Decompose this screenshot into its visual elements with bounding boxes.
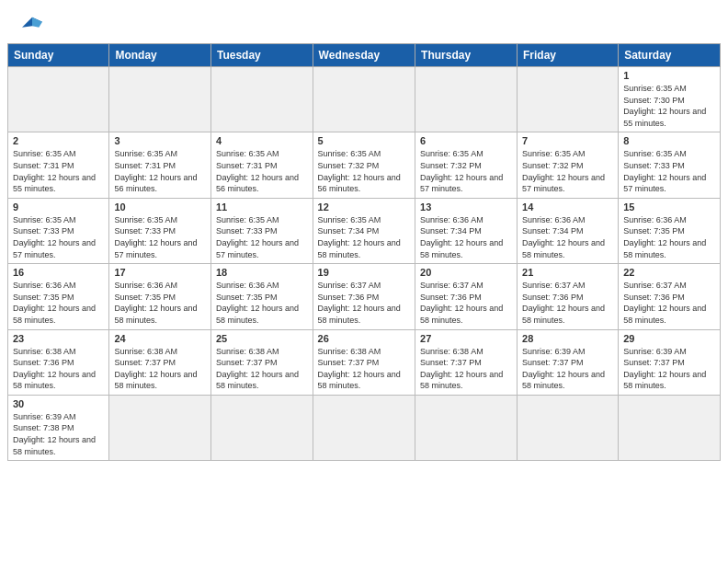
day-number: 21 <box>522 267 613 278</box>
calendar-table: SundayMondayTuesdayWednesdayThursdayFrid… <box>7 43 721 461</box>
day-detail: Sunrise: 6:35 AMSunset: 7:33 PMDaylight:… <box>623 148 715 194</box>
calendar-day: 21Sunrise: 6:37 AMSunset: 7:36 PMDayligh… <box>518 264 619 329</box>
calendar-day: 1Sunrise: 6:35 AMSunset: 7:30 PMDaylight… <box>619 67 721 132</box>
day-number: 17 <box>114 267 206 278</box>
column-header-thursday: Thursday <box>415 44 518 67</box>
day-detail: Sunrise: 6:35 AMSunset: 7:34 PMDaylight:… <box>318 214 410 260</box>
calendar-day: 19Sunrise: 6:37 AMSunset: 7:36 PMDayligh… <box>313 264 415 329</box>
day-detail: Sunrise: 6:37 AMSunset: 7:36 PMDaylight:… <box>522 280 613 326</box>
day-number: 7 <box>522 135 613 146</box>
calendar-day <box>8 67 109 132</box>
column-header-friday: Friday <box>518 44 619 67</box>
day-number: 12 <box>318 201 410 213</box>
day-number: 10 <box>114 201 206 213</box>
calendar-day: 6Sunrise: 6:35 AMSunset: 7:32 PMDaylight… <box>415 132 518 198</box>
day-detail: Sunrise: 6:35 AMSunset: 7:33 PMDaylight:… <box>216 214 308 260</box>
calendar-day: 13Sunrise: 6:36 AMSunset: 7:34 PMDayligh… <box>415 198 518 263</box>
calendar-day: 3Sunrise: 6:35 AMSunset: 7:31 PMDaylight… <box>109 132 211 198</box>
calendar-day: 8Sunrise: 6:35 AMSunset: 7:33 PMDaylight… <box>619 132 721 198</box>
day-number: 8 <box>623 135 715 146</box>
day-detail: Sunrise: 6:39 AMSunset: 7:38 PMDaylight:… <box>13 411 104 457</box>
day-number: 18 <box>216 267 308 278</box>
calendar-day: 16Sunrise: 6:36 AMSunset: 7:35 PMDayligh… <box>8 264 109 329</box>
calendar-day <box>109 395 211 460</box>
calendar-day: 27Sunrise: 6:38 AMSunset: 7:37 PMDayligh… <box>415 329 518 395</box>
calendar-day: 22Sunrise: 6:37 AMSunset: 7:36 PMDayligh… <box>619 264 721 329</box>
calendar-day: 24Sunrise: 6:38 AMSunset: 7:37 PMDayligh… <box>109 329 211 395</box>
calendar-day: 17Sunrise: 6:36 AMSunset: 7:35 PMDayligh… <box>109 264 211 329</box>
calendar-day <box>518 395 619 460</box>
day-detail: Sunrise: 6:36 AMSunset: 7:35 PMDaylight:… <box>114 280 206 326</box>
day-number: 25 <box>216 333 308 344</box>
day-number: 14 <box>522 201 613 213</box>
calendar-week-row: 23Sunrise: 6:38 AMSunset: 7:36 PMDayligh… <box>8 329 721 395</box>
day-number: 6 <box>420 135 512 146</box>
day-number: 11 <box>216 201 308 213</box>
day-number: 27 <box>420 333 512 344</box>
calendar-day: 9Sunrise: 6:35 AMSunset: 7:33 PMDaylight… <box>8 198 109 263</box>
calendar-day: 15Sunrise: 6:36 AMSunset: 7:35 PMDayligh… <box>619 198 721 263</box>
header <box>0 0 728 43</box>
calendar-day <box>518 67 619 132</box>
column-header-tuesday: Tuesday <box>210 44 313 67</box>
calendar-day <box>619 395 721 460</box>
day-detail: Sunrise: 6:35 AMSunset: 7:32 PMDaylight:… <box>420 148 512 194</box>
day-detail: Sunrise: 6:38 AMSunset: 7:37 PMDaylight:… <box>114 346 206 392</box>
day-number: 23 <box>13 333 104 344</box>
day-number: 1 <box>623 70 715 81</box>
calendar-day: 12Sunrise: 6:35 AMSunset: 7:34 PMDayligh… <box>313 198 415 263</box>
day-number: 3 <box>114 135 206 146</box>
calendar-day: 11Sunrise: 6:35 AMSunset: 7:33 PMDayligh… <box>210 198 313 263</box>
day-detail: Sunrise: 6:38 AMSunset: 7:36 PMDaylight:… <box>13 346 104 392</box>
calendar-day <box>109 67 211 132</box>
calendar-week-row: 1Sunrise: 6:35 AMSunset: 7:30 PMDaylight… <box>8 67 721 132</box>
column-header-sunday: Sunday <box>8 44 109 67</box>
day-detail: Sunrise: 6:35 AMSunset: 7:31 PMDaylight:… <box>216 148 308 194</box>
day-detail: Sunrise: 6:38 AMSunset: 7:37 PMDaylight:… <box>318 346 410 392</box>
day-number: 4 <box>216 135 308 146</box>
day-detail: Sunrise: 6:36 AMSunset: 7:35 PMDaylight:… <box>216 280 308 326</box>
calendar-day: 14Sunrise: 6:36 AMSunset: 7:34 PMDayligh… <box>518 198 619 263</box>
day-number: 13 <box>420 201 512 213</box>
day-detail: Sunrise: 6:37 AMSunset: 7:36 PMDaylight:… <box>623 280 715 326</box>
day-number: 2 <box>13 135 104 146</box>
day-number: 20 <box>420 267 512 278</box>
day-number: 24 <box>114 333 206 344</box>
day-number: 15 <box>623 201 715 213</box>
calendar-day: 20Sunrise: 6:37 AMSunset: 7:36 PMDayligh… <box>415 264 518 329</box>
calendar-day: 18Sunrise: 6:36 AMSunset: 7:35 PMDayligh… <box>210 264 313 329</box>
calendar-day: 25Sunrise: 6:38 AMSunset: 7:37 PMDayligh… <box>210 329 313 395</box>
calendar-day: 10Sunrise: 6:35 AMSunset: 7:33 PMDayligh… <box>109 198 211 263</box>
calendar-day: 29Sunrise: 6:39 AMSunset: 7:37 PMDayligh… <box>619 329 721 395</box>
day-number: 9 <box>13 201 104 213</box>
day-detail: Sunrise: 6:39 AMSunset: 7:37 PMDaylight:… <box>522 346 613 392</box>
calendar-day: 28Sunrise: 6:39 AMSunset: 7:37 PMDayligh… <box>518 329 619 395</box>
day-number: 5 <box>318 135 410 146</box>
calendar-week-row: 30Sunrise: 6:39 AMSunset: 7:38 PMDayligh… <box>8 395 721 460</box>
calendar-header-row: SundayMondayTuesdayWednesdayThursdayFrid… <box>8 44 721 67</box>
calendar-day: 2Sunrise: 6:35 AMSunset: 7:31 PMDaylight… <box>8 132 109 198</box>
day-detail: Sunrise: 6:38 AMSunset: 7:37 PMDaylight:… <box>420 346 512 392</box>
day-number: 30 <box>13 398 104 409</box>
day-detail: Sunrise: 6:35 AMSunset: 7:32 PMDaylight:… <box>522 148 613 194</box>
day-number: 28 <box>522 333 613 344</box>
day-detail: Sunrise: 6:35 AMSunset: 7:31 PMDaylight:… <box>13 148 104 194</box>
logo <box>18 14 50 34</box>
calendar-day: 30Sunrise: 6:39 AMSunset: 7:38 PMDayligh… <box>8 395 109 460</box>
day-detail: Sunrise: 6:37 AMSunset: 7:36 PMDaylight:… <box>318 280 410 326</box>
day-detail: Sunrise: 6:39 AMSunset: 7:37 PMDaylight:… <box>623 346 715 392</box>
day-detail: Sunrise: 6:35 AMSunset: 7:30 PMDaylight:… <box>623 83 715 129</box>
calendar-day <box>210 67 313 132</box>
calendar-day <box>210 395 313 460</box>
day-number: 26 <box>318 333 410 344</box>
calendar-week-row: 2Sunrise: 6:35 AMSunset: 7:31 PMDaylight… <box>8 132 721 198</box>
day-detail: Sunrise: 6:38 AMSunset: 7:37 PMDaylight:… <box>216 346 308 392</box>
calendar-day: 4Sunrise: 6:35 AMSunset: 7:31 PMDaylight… <box>210 132 313 198</box>
calendar-week-row: 16Sunrise: 6:36 AMSunset: 7:35 PMDayligh… <box>8 264 721 329</box>
day-detail: Sunrise: 6:35 AMSunset: 7:33 PMDaylight:… <box>13 214 104 260</box>
column-header-saturday: Saturday <box>619 44 721 67</box>
day-detail: Sunrise: 6:35 AMSunset: 7:33 PMDaylight:… <box>114 214 206 260</box>
calendar-day <box>313 395 415 460</box>
svg-marker-1 <box>32 17 42 28</box>
day-detail: Sunrise: 6:36 AMSunset: 7:35 PMDaylight:… <box>623 214 715 260</box>
